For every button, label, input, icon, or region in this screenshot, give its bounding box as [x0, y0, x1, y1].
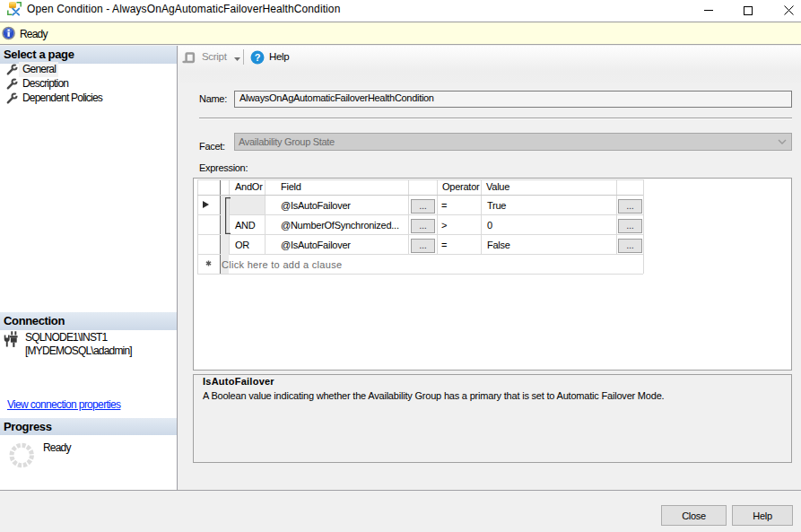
svg-text:?: ? [255, 52, 261, 63]
